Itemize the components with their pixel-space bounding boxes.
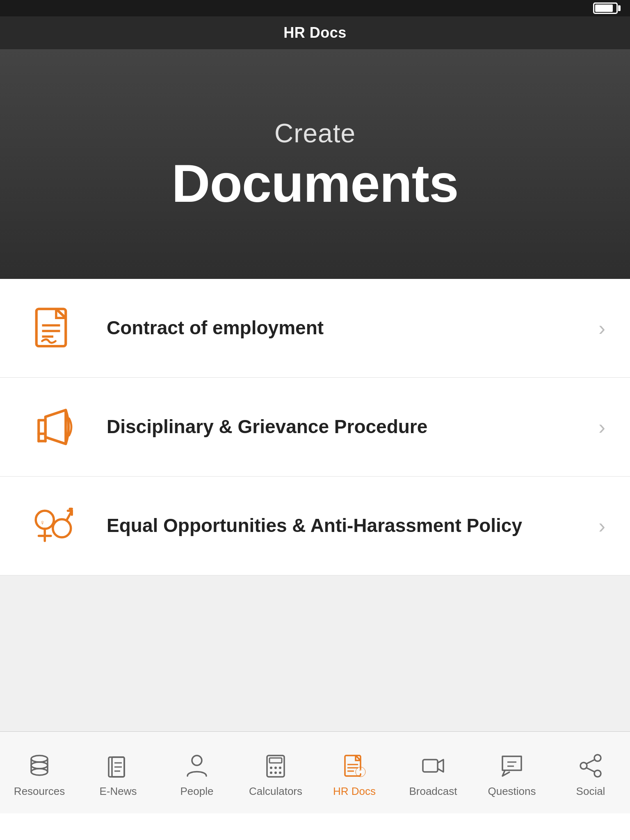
calculator-icon bbox=[261, 751, 290, 780]
svg-rect-26 bbox=[269, 758, 282, 763]
video-icon bbox=[419, 751, 447, 780]
list-item-disciplinary[interactable]: Disciplinary & Grievance Procedure › bbox=[0, 378, 630, 477]
battery-icon bbox=[593, 2, 618, 14]
svg-point-24 bbox=[192, 756, 202, 765]
equal-opportunities-chevron: › bbox=[598, 514, 605, 538]
hero-header: Create Documents bbox=[0, 49, 630, 279]
svg-point-17 bbox=[31, 762, 48, 769]
tab-item-enews[interactable]: E-News bbox=[79, 732, 158, 813]
hero-subtitle: Create bbox=[274, 118, 356, 148]
nav-title: HR Docs bbox=[283, 24, 347, 41]
tab-label-resources: Resources bbox=[14, 785, 65, 798]
tab-label-people: People bbox=[180, 785, 214, 798]
disciplinary-label: Disciplinary & Grievance Procedure bbox=[107, 415, 586, 439]
svg-point-31 bbox=[274, 772, 277, 774]
hrdoc-icon: ★ bbox=[340, 751, 369, 780]
tab-item-questions[interactable]: Questions bbox=[472, 732, 551, 813]
megaphone-icon bbox=[25, 398, 82, 456]
svg-text:★: ★ bbox=[358, 769, 363, 775]
svg-point-29 bbox=[279, 767, 281, 769]
hero-title: Documents bbox=[172, 157, 459, 210]
battery-fill bbox=[595, 5, 613, 12]
person-icon bbox=[183, 751, 211, 780]
document-icon bbox=[25, 299, 82, 357]
tab-item-resources[interactable]: Resources bbox=[0, 732, 79, 813]
empty-area bbox=[0, 575, 630, 731]
nav-bar: HR Docs bbox=[0, 16, 630, 49]
svg-point-28 bbox=[274, 767, 277, 769]
svg-point-16 bbox=[31, 756, 48, 762]
tab-item-social[interactable]: Social bbox=[551, 732, 630, 813]
svg-point-30 bbox=[270, 772, 272, 774]
share-icon bbox=[576, 751, 605, 780]
chat-icon bbox=[498, 751, 526, 780]
svg-rect-39 bbox=[423, 760, 438, 772]
status-bar bbox=[0, 0, 630, 16]
gender-icon: ♀ bbox=[25, 497, 82, 555]
tab-label-social: Social bbox=[576, 785, 605, 798]
tab-item-calculators[interactable]: Calculators bbox=[236, 732, 315, 813]
tab-bar: Resources E-News People bbox=[0, 731, 630, 813]
tab-label-questions: Questions bbox=[488, 785, 536, 798]
list-item-contract[interactable]: Contract of employment › bbox=[0, 279, 630, 378]
tab-item-people[interactable]: People bbox=[158, 732, 236, 813]
tab-label-hrdocs: HR Docs bbox=[333, 785, 376, 798]
tab-label-broadcast: Broadcast bbox=[409, 785, 457, 798]
tab-label-enews: E-News bbox=[99, 785, 137, 798]
svg-point-44 bbox=[580, 762, 587, 769]
news-icon bbox=[104, 751, 132, 780]
disciplinary-chevron: › bbox=[598, 415, 605, 439]
tab-item-broadcast[interactable]: Broadcast bbox=[394, 732, 472, 813]
contract-label: Contract of employment bbox=[107, 316, 586, 340]
contract-chevron: › bbox=[598, 316, 605, 340]
equal-opportunities-label: Equal Opportunities & Anti-Harassment Po… bbox=[107, 514, 586, 538]
list-item-equal-opportunities[interactable]: ♀ Equal Opportunities & Anti-Harassment … bbox=[0, 477, 630, 575]
svg-point-43 bbox=[594, 770, 601, 777]
tab-label-calculators: Calculators bbox=[249, 785, 302, 798]
svg-point-18 bbox=[31, 769, 48, 775]
svg-point-32 bbox=[279, 772, 281, 774]
svg-point-27 bbox=[270, 767, 272, 769]
content-area: Contract of employment › Disciplinary & … bbox=[0, 279, 630, 575]
svg-text:♀: ♀ bbox=[40, 519, 45, 527]
svg-line-45 bbox=[587, 760, 595, 764]
database-icon bbox=[25, 751, 54, 780]
svg-line-46 bbox=[587, 768, 595, 772]
tab-item-hrdocs[interactable]: ★ HR Docs bbox=[315, 732, 394, 813]
svg-point-42 bbox=[594, 755, 601, 761]
svg-point-11 bbox=[53, 519, 71, 537]
